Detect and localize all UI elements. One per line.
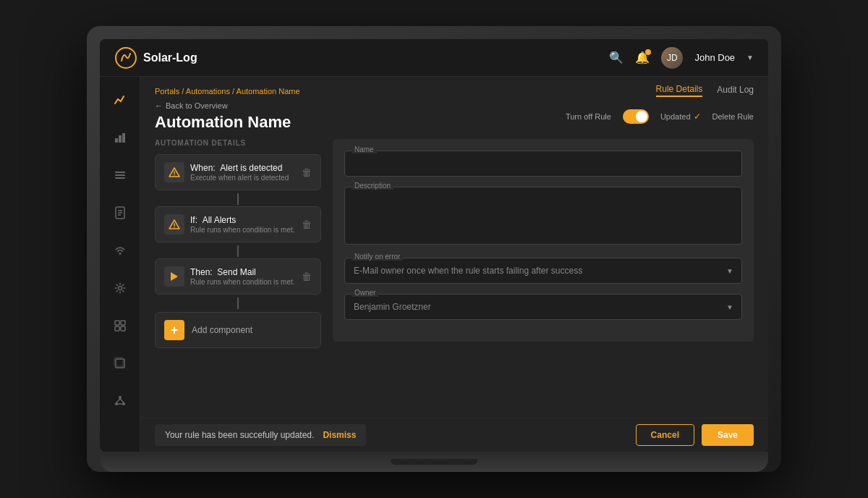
notify-select-wrapper: E-Mail owner once when the rule starts f… [344,258,742,284]
content-area: Portals / Automations / Automation Name … [140,77,768,452]
svg-point-30 [174,227,175,228]
logo-icon [114,46,137,69]
svg-rect-2 [119,135,122,143]
name-input[interactable] [344,151,742,177]
success-toast: Your rule has been succefully updated. D… [155,424,366,446]
bottom-bar: Your rule has been succefully updated. D… [140,418,768,452]
when-label: Alert is detected [220,163,282,173]
owner-label: Owner [352,289,378,297]
sidebar-item-nodes[interactable] [109,389,132,413]
connector-3 [237,297,239,309]
description-label: Description [352,182,393,190]
save-button[interactable]: Save [702,424,754,446]
page-header: Portals / Automations / Automation Name … [140,77,768,97]
user-dropdown-icon[interactable]: ▼ [746,54,754,62]
then-card-icon [164,266,184,287]
then-prefix: Then: [190,267,213,277]
search-icon[interactable]: 🔍 [609,51,624,64]
svg-line-22 [116,399,120,402]
back-link-text: Back to Overview [166,101,228,110]
name-label: Name [352,145,377,153]
breadcrumb-automations[interactable]: Automations [186,87,230,96]
if-card-icon [164,214,184,235]
cancel-button[interactable]: Cancel [636,424,694,446]
top-tabs: Rule Details Audit Log [656,84,754,97]
breadcrumb-portals[interactable]: Portals [155,87,179,96]
sidebar-item-settings[interactable] [109,277,132,300]
notify-select[interactable]: E-Mail owner once when the rule starts f… [344,258,742,284]
notification-dot [645,49,651,55]
if-prefix: If: [190,215,197,225]
when-card-delete-icon[interactable]: 🗑 [302,166,312,178]
owner-select[interactable]: Benjamin Groetzner [344,294,742,320]
if-card[interactable]: If: All Alerts Rule runs when condition … [155,206,321,242]
tab-audit-log[interactable]: Audit Log [717,85,754,96]
if-card-subtitle: Rule runs when condition is met. [190,226,295,234]
breadcrumb: Portals / Automations / Automation Name [155,84,300,97]
sidebar-item-list[interactable] [109,164,132,187]
if-card-info: If: All Alerts Rule runs when condition … [190,215,295,234]
sidebar [100,77,140,452]
when-card-subtitle: Execute when alert is detected [190,174,289,182]
page-title: Automation Name [155,113,291,132]
if-label: All Alerts [203,215,237,225]
sidebar-item-grid[interactable] [109,314,132,337]
then-card-delete-icon[interactable]: 🗑 [302,271,312,282]
sidebar-item-analytics[interactable] [109,88,132,111]
btn-actions: Cancel Save [636,424,754,446]
logo-text: Solar-Log [143,51,197,64]
then-card-info: Then: Send Mail Rule runs when condition… [190,267,295,286]
svg-point-11 [119,253,121,255]
turn-off-toggle[interactable] [623,109,649,124]
svg-point-21 [122,402,125,405]
connector-1 [237,193,239,205]
when-card-info: When: Alert is detected Execute when ale… [190,163,289,182]
page-title-row: ← Back to Overview Automation Name Turn … [140,97,768,139]
svg-rect-3 [122,133,125,143]
owner-field-group: Owner Benjamin Groetzner [344,294,742,320]
sidebar-item-wifi[interactable] [109,239,132,262]
updated-text: Updated [660,112,691,121]
sidebar-item-layers[interactable] [109,352,132,375]
notification-bell[interactable]: 🔔 [635,51,650,64]
top-right: 🔍 🔔 JD John Doe ▼ [609,47,754,69]
add-component-button[interactable]: + [164,320,184,340]
then-card[interactable]: Then: Send Mail Rule runs when condition… [155,258,321,295]
title-left: ← Back to Overview Automation Name [155,101,291,132]
avatar: JD [661,47,683,69]
when-card-left: When: Alert is detected Execute when ale… [164,162,289,182]
tab-rule-details[interactable]: Rule Details [656,84,703,97]
sidebar-item-barchart[interactable] [109,126,132,149]
description-input[interactable] [344,187,742,245]
svg-rect-14 [121,321,125,325]
dismiss-button[interactable]: Dismiss [323,430,356,440]
if-card-delete-icon[interactable]: 🗑 [302,219,312,230]
when-prefix: When: [190,163,216,173]
svg-rect-13 [115,321,119,325]
owner-select-wrapper: Benjamin Groetzner [344,294,742,320]
when-card-title: When: Alert is detected [190,163,289,173]
toast-message: Your rule has been succefully updated. [165,430,314,440]
add-component-row[interactable]: + Add component [155,312,321,348]
if-card-left: If: All Alerts Rule runs when condition … [164,214,295,235]
svg-rect-16 [121,326,125,331]
automation-details-label: AUTOMATION DETAILS [155,139,321,147]
sidebar-item-document[interactable] [109,201,132,224]
back-link[interactable]: ← Back to Overview [155,101,291,110]
description-field-group: Description [344,187,742,248]
main-layout: Portals / Automations / Automation Name … [100,77,768,452]
svg-rect-15 [115,326,119,331]
rule-actions: Turn off Rule Updated ✓ Delete Rule [566,109,754,124]
back-arrow-icon: ← [155,101,163,110]
when-card[interactable]: When: Alert is detected Execute when ale… [155,154,321,190]
main-content: AUTOMATION DETAILS [140,139,768,418]
when-card-icon [164,162,184,182]
delete-rule-button[interactable]: Delete Rule [712,112,754,121]
svg-rect-1 [115,138,118,143]
svg-point-0 [116,48,136,68]
user-name[interactable]: John Doe [694,52,735,63]
notify-label: Notify on error [352,253,403,261]
then-card-subtitle: Rule runs when condition is met. [190,278,295,286]
then-card-title: Then: Send Mail [190,267,295,277]
updated-label: Updated ✓ [660,111,701,122]
